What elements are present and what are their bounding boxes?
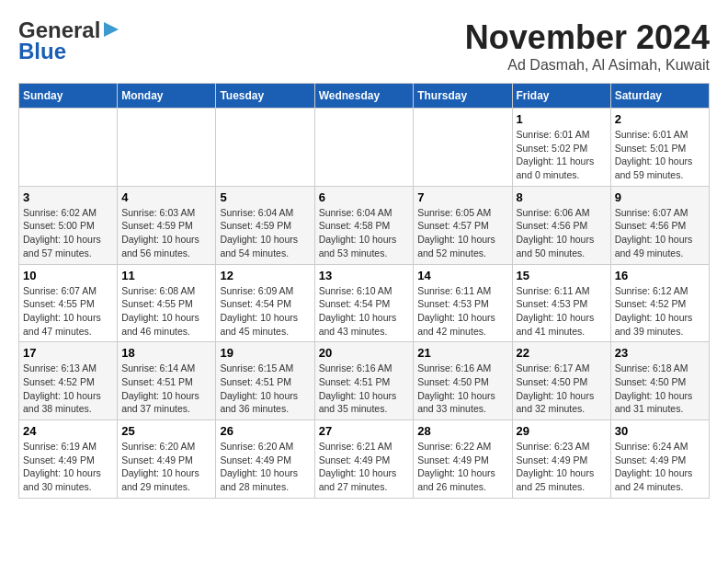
col-header-monday: Monday	[118, 84, 216, 109]
calendar-cell: 25Sunrise: 6:20 AM Sunset: 4:49 PM Dayli…	[118, 420, 216, 499]
day-info: Sunrise: 6:04 AM Sunset: 4:59 PM Dayligh…	[220, 206, 310, 260]
day-info: Sunrise: 6:22 AM Sunset: 4:49 PM Dayligh…	[417, 440, 507, 494]
day-number: 15	[517, 269, 607, 282]
day-info: Sunrise: 6:01 AM Sunset: 5:01 PM Dayligh…	[615, 128, 705, 182]
col-header-wednesday: Wednesday	[314, 84, 414, 109]
day-number: 7	[417, 190, 507, 204]
day-number: 9	[615, 190, 705, 204]
calendar-week-row: 3Sunrise: 6:02 AM Sunset: 5:00 PM Daylig…	[19, 186, 710, 264]
day-number: 5	[220, 190, 310, 204]
day-number: 14	[417, 269, 507, 282]
day-number: 25	[121, 424, 211, 438]
day-info: Sunrise: 6:20 AM Sunset: 4:49 PM Dayligh…	[220, 440, 310, 494]
calendar-cell: 15Sunrise: 6:11 AM Sunset: 4:53 PM Dayli…	[512, 264, 610, 342]
calendar-header-row: SundayMondayTuesdayWednesdayThursdayFrid…	[19, 84, 710, 109]
day-number: 17	[23, 346, 113, 360]
logo-blue: Blue	[18, 39, 66, 64]
day-info: Sunrise: 6:24 AM Sunset: 4:49 PM Dayligh…	[615, 440, 705, 494]
day-info: Sunrise: 6:01 AM Sunset: 5:02 PM Dayligh…	[517, 128, 607, 182]
calendar-cell: 12Sunrise: 6:09 AM Sunset: 4:54 PM Dayli…	[216, 264, 314, 342]
calendar-week-row: 10Sunrise: 6:07 AM Sunset: 4:55 PM Dayli…	[19, 264, 710, 342]
calendar-cell: 2Sunrise: 6:01 AM Sunset: 5:01 PM Daylig…	[610, 109, 709, 187]
day-number: 12	[220, 269, 310, 282]
day-info: Sunrise: 6:19 AM Sunset: 4:49 PM Dayligh…	[23, 440, 113, 494]
calendar-cell: 3Sunrise: 6:02 AM Sunset: 5:00 PM Daylig…	[19, 186, 118, 264]
day-info: Sunrise: 6:11 AM Sunset: 4:53 PM Dayligh…	[417, 284, 507, 339]
calendar-cell: 9Sunrise: 6:07 AM Sunset: 4:56 PM Daylig…	[610, 186, 709, 264]
calendar-cell	[314, 109, 414, 187]
day-number: 13	[319, 269, 410, 282]
day-info: Sunrise: 6:07 AM Sunset: 4:55 PM Dayligh…	[23, 284, 113, 339]
day-info: Sunrise: 6:15 AM Sunset: 4:51 PM Dayligh…	[220, 362, 310, 416]
day-number: 21	[417, 346, 507, 360]
calendar-cell: 23Sunrise: 6:18 AM Sunset: 4:50 PM Dayli…	[610, 342, 709, 420]
day-info: Sunrise: 6:05 AM Sunset: 4:57 PM Dayligh…	[417, 206, 507, 260]
day-number: 11	[121, 269, 211, 282]
day-number: 1	[517, 112, 607, 126]
calendar-cell: 7Sunrise: 6:05 AM Sunset: 4:57 PM Daylig…	[414, 186, 512, 264]
day-number: 6	[319, 190, 410, 204]
calendar-cell: 19Sunrise: 6:15 AM Sunset: 4:51 PM Dayli…	[216, 342, 314, 420]
calendar-cell	[118, 109, 216, 187]
day-number: 18	[121, 346, 211, 360]
calendar-cell: 13Sunrise: 6:10 AM Sunset: 4:54 PM Dayli…	[314, 264, 414, 342]
calendar-cell: 18Sunrise: 6:14 AM Sunset: 4:51 PM Dayli…	[118, 342, 216, 420]
col-header-friday: Friday	[512, 84, 610, 109]
day-info: Sunrise: 6:07 AM Sunset: 4:56 PM Dayligh…	[615, 206, 705, 260]
day-info: Sunrise: 6:16 AM Sunset: 4:50 PM Dayligh…	[417, 362, 507, 416]
day-number: 19	[220, 346, 310, 360]
day-info: Sunrise: 6:11 AM Sunset: 4:53 PM Dayligh…	[517, 284, 607, 339]
location-title: Ad Dasmah, Al Asimah, Kuwait	[465, 57, 710, 74]
day-number: 24	[23, 424, 113, 438]
calendar-cell: 17Sunrise: 6:13 AM Sunset: 4:52 PM Dayli…	[19, 342, 118, 420]
calendar-week-row: 1Sunrise: 6:01 AM Sunset: 5:02 PM Daylig…	[19, 109, 710, 187]
col-header-tuesday: Tuesday	[216, 84, 314, 109]
day-number: 28	[417, 424, 507, 438]
page-header: General Blue November 2024 Ad Dasmah, Al…	[18, 18, 710, 74]
calendar-cell	[216, 109, 314, 187]
calendar-cell: 16Sunrise: 6:12 AM Sunset: 4:52 PM Dayli…	[610, 264, 709, 342]
calendar-table: SundayMondayTuesdayWednesdayThursdayFrid…	[18, 83, 710, 499]
svg-marker-0	[104, 22, 119, 37]
logo-arrow-icon	[102, 20, 120, 39]
day-info: Sunrise: 6:02 AM Sunset: 5:00 PM Dayligh…	[23, 206, 113, 260]
day-info: Sunrise: 6:06 AM Sunset: 4:56 PM Dayligh…	[517, 206, 607, 260]
calendar-cell: 27Sunrise: 6:21 AM Sunset: 4:49 PM Dayli…	[314, 420, 414, 499]
day-info: Sunrise: 6:21 AM Sunset: 4:49 PM Dayligh…	[319, 440, 410, 494]
day-number: 29	[517, 424, 607, 438]
logo: General Blue	[18, 18, 120, 64]
day-number: 27	[319, 424, 410, 438]
calendar-cell: 1Sunrise: 6:01 AM Sunset: 5:02 PM Daylig…	[512, 109, 610, 187]
calendar-cell: 21Sunrise: 6:16 AM Sunset: 4:50 PM Dayli…	[414, 342, 512, 420]
col-header-saturday: Saturday	[610, 84, 709, 109]
day-info: Sunrise: 6:16 AM Sunset: 4:51 PM Dayligh…	[319, 362, 410, 416]
col-header-sunday: Sunday	[19, 84, 118, 109]
calendar-cell: 14Sunrise: 6:11 AM Sunset: 4:53 PM Dayli…	[414, 264, 512, 342]
day-number: 3	[23, 190, 113, 204]
calendar-cell: 8Sunrise: 6:06 AM Sunset: 4:56 PM Daylig…	[512, 186, 610, 264]
calendar-cell: 4Sunrise: 6:03 AM Sunset: 4:59 PM Daylig…	[118, 186, 216, 264]
calendar-cell: 24Sunrise: 6:19 AM Sunset: 4:49 PM Dayli…	[19, 420, 118, 499]
calendar-cell: 10Sunrise: 6:07 AM Sunset: 4:55 PM Dayli…	[19, 264, 118, 342]
col-header-thursday: Thursday	[414, 84, 512, 109]
day-number: 8	[517, 190, 607, 204]
calendar-week-row: 24Sunrise: 6:19 AM Sunset: 4:49 PM Dayli…	[19, 420, 710, 499]
day-info: Sunrise: 6:03 AM Sunset: 4:59 PM Dayligh…	[121, 206, 211, 260]
title-section: November 2024 Ad Dasmah, Al Asimah, Kuwa…	[465, 18, 710, 74]
day-info: Sunrise: 6:12 AM Sunset: 4:52 PM Dayligh…	[615, 284, 705, 339]
day-number: 10	[23, 269, 113, 282]
day-number: 23	[615, 346, 705, 360]
calendar-cell: 28Sunrise: 6:22 AM Sunset: 4:49 PM Dayli…	[414, 420, 512, 499]
day-info: Sunrise: 6:14 AM Sunset: 4:51 PM Dayligh…	[121, 362, 211, 416]
day-info: Sunrise: 6:13 AM Sunset: 4:52 PM Dayligh…	[23, 362, 113, 416]
day-number: 30	[615, 424, 705, 438]
day-number: 16	[615, 269, 705, 282]
day-number: 26	[220, 424, 310, 438]
calendar-cell: 26Sunrise: 6:20 AM Sunset: 4:49 PM Dayli…	[216, 420, 314, 499]
day-info: Sunrise: 6:04 AM Sunset: 4:58 PM Dayligh…	[319, 206, 410, 260]
month-title: November 2024	[465, 18, 710, 57]
calendar-cell	[414, 109, 512, 187]
calendar-cell: 11Sunrise: 6:08 AM Sunset: 4:55 PM Dayli…	[118, 264, 216, 342]
day-number: 20	[319, 346, 410, 360]
calendar-cell: 29Sunrise: 6:23 AM Sunset: 4:49 PM Dayli…	[512, 420, 610, 499]
